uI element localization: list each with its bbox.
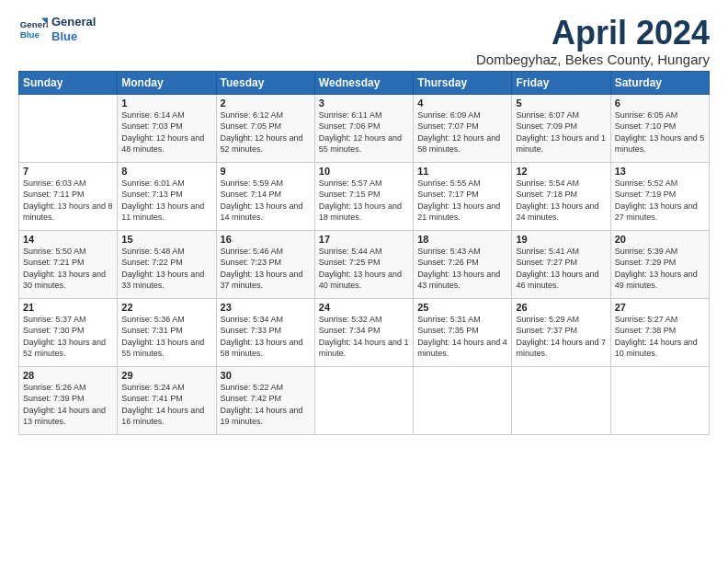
calendar-cell: 4Sunrise: 6:09 AMSunset: 7:07 PMDaylight… <box>414 94 512 162</box>
day-info: Sunrise: 5:55 AMSunset: 7:17 PMDaylight:… <box>417 178 507 224</box>
calendar-table: SundayMondayTuesdayWednesdayThursdayFrid… <box>18 71 710 435</box>
day-number: 10 <box>319 166 409 177</box>
day-info: Sunrise: 5:36 AMSunset: 7:31 PMDaylight:… <box>121 314 211 360</box>
day-info: Sunrise: 6:09 AMSunset: 7:07 PMDaylight:… <box>417 109 507 155</box>
weekday-header: Saturday <box>610 71 709 94</box>
day-number: 15 <box>121 234 211 245</box>
calendar-cell: 18Sunrise: 5:43 AMSunset: 7:26 PMDayligh… <box>414 230 512 298</box>
calendar-cell: 9Sunrise: 5:59 AMSunset: 7:14 PMDaylight… <box>216 162 314 230</box>
weekday-header: Tuesday <box>216 71 314 94</box>
calendar-cell: 2Sunrise: 6:12 AMSunset: 7:05 PMDaylight… <box>216 94 314 162</box>
day-number: 4 <box>417 98 507 109</box>
day-info: Sunrise: 6:01 AMSunset: 7:13 PMDaylight:… <box>121 178 211 224</box>
day-info: Sunrise: 6:03 AMSunset: 7:11 PMDaylight:… <box>23 178 113 224</box>
calendar-cell: 10Sunrise: 5:57 AMSunset: 7:15 PMDayligh… <box>314 162 413 230</box>
calendar-cell <box>19 94 118 162</box>
calendar-cell: 16Sunrise: 5:46 AMSunset: 7:23 PMDayligh… <box>216 230 314 298</box>
calendar-cell: 5Sunrise: 6:07 AMSunset: 7:09 PMDaylight… <box>512 94 610 162</box>
day-info: Sunrise: 5:57 AMSunset: 7:15 PMDaylight:… <box>319 178 409 224</box>
calendar-cell <box>610 366 709 434</box>
day-number: 13 <box>615 166 705 177</box>
calendar-cell: 26Sunrise: 5:29 AMSunset: 7:37 PMDayligh… <box>512 298 610 366</box>
logo-general: General <box>51 15 96 29</box>
day-number: 29 <box>121 370 211 381</box>
day-number: 30 <box>221 370 311 381</box>
day-number: 26 <box>516 302 606 313</box>
calendar-week-row: 14Sunrise: 5:50 AMSunset: 7:21 PMDayligh… <box>19 230 710 298</box>
calendar-cell: 19Sunrise: 5:41 AMSunset: 7:27 PMDayligh… <box>512 230 610 298</box>
day-number: 7 <box>23 166 113 177</box>
day-number: 3 <box>319 98 409 109</box>
day-info: Sunrise: 6:14 AMSunset: 7:03 PMDaylight:… <box>121 109 211 155</box>
day-info: Sunrise: 6:11 AMSunset: 7:06 PMDaylight:… <box>319 109 409 155</box>
weekday-header: Sunday <box>19 71 118 94</box>
logo-icon: General Blue <box>18 15 48 44</box>
calendar-week-row: 28Sunrise: 5:26 AMSunset: 7:39 PMDayligh… <box>19 366 710 434</box>
calendar-cell: 25Sunrise: 5:31 AMSunset: 7:35 PMDayligh… <box>414 298 512 366</box>
day-info: Sunrise: 5:27 AMSunset: 7:38 PMDaylight:… <box>615 314 705 360</box>
day-number: 5 <box>516 98 606 109</box>
day-info: Sunrise: 5:31 AMSunset: 7:35 PMDaylight:… <box>417 314 507 360</box>
day-info: Sunrise: 6:05 AMSunset: 7:10 PMDaylight:… <box>615 109 705 155</box>
day-info: Sunrise: 5:34 AMSunset: 7:33 PMDaylight:… <box>221 314 311 360</box>
day-info: Sunrise: 5:54 AMSunset: 7:18 PMDaylight:… <box>516 178 606 224</box>
calendar-cell: 20Sunrise: 5:39 AMSunset: 7:29 PMDayligh… <box>610 230 709 298</box>
day-number: 8 <box>121 166 211 177</box>
day-info: Sunrise: 5:22 AMSunset: 7:42 PMDaylight:… <box>221 382 311 428</box>
day-number: 24 <box>319 302 409 313</box>
calendar-cell: 1Sunrise: 6:14 AMSunset: 7:03 PMDaylight… <box>118 94 216 162</box>
calendar-week-row: 21Sunrise: 5:37 AMSunset: 7:30 PMDayligh… <box>19 298 710 366</box>
calendar-cell: 15Sunrise: 5:48 AMSunset: 7:22 PMDayligh… <box>118 230 216 298</box>
calendar-cell: 13Sunrise: 5:52 AMSunset: 7:19 PMDayligh… <box>610 162 709 230</box>
calendar-cell: 21Sunrise: 5:37 AMSunset: 7:30 PMDayligh… <box>19 298 118 366</box>
day-number: 2 <box>221 98 311 109</box>
calendar-cell: 28Sunrise: 5:26 AMSunset: 7:39 PMDayligh… <box>19 366 118 434</box>
calendar-cell <box>314 366 413 434</box>
calendar-cell: 11Sunrise: 5:55 AMSunset: 7:17 PMDayligh… <box>414 162 512 230</box>
calendar-cell: 22Sunrise: 5:36 AMSunset: 7:31 PMDayligh… <box>118 298 216 366</box>
calendar-cell: 3Sunrise: 6:11 AMSunset: 7:06 PMDaylight… <box>314 94 413 162</box>
day-number: 20 <box>615 234 705 245</box>
calendar-cell: 29Sunrise: 5:24 AMSunset: 7:41 PMDayligh… <box>118 366 216 434</box>
logo-blue: Blue <box>51 29 96 44</box>
title-block: April 2024 Dombegyhaz, Bekes County, Hun… <box>476 15 710 67</box>
weekday-header: Friday <box>512 71 610 94</box>
day-info: Sunrise: 5:52 AMSunset: 7:19 PMDaylight:… <box>615 178 705 224</box>
calendar-cell <box>512 366 610 434</box>
day-number: 16 <box>221 234 311 245</box>
day-number: 12 <box>516 166 606 177</box>
day-info: Sunrise: 5:46 AMSunset: 7:23 PMDaylight:… <box>221 246 311 292</box>
day-number: 19 <box>516 234 606 245</box>
calendar-cell: 14Sunrise: 5:50 AMSunset: 7:21 PMDayligh… <box>19 230 118 298</box>
logo: General Blue General Blue <box>18 15 96 44</box>
day-info: Sunrise: 5:32 AMSunset: 7:34 PMDaylight:… <box>319 314 409 360</box>
day-info: Sunrise: 5:37 AMSunset: 7:30 PMDaylight:… <box>23 314 113 360</box>
calendar-week-row: 1Sunrise: 6:14 AMSunset: 7:03 PMDaylight… <box>19 94 710 162</box>
day-info: Sunrise: 6:07 AMSunset: 7:09 PMDaylight:… <box>516 109 606 155</box>
day-info: Sunrise: 5:39 AMSunset: 7:29 PMDaylight:… <box>615 246 705 292</box>
day-number: 23 <box>221 302 311 313</box>
weekday-header: Thursday <box>414 71 512 94</box>
page: General Blue General Blue April 2024 Dom… <box>0 0 728 450</box>
day-number: 17 <box>319 234 409 245</box>
svg-text:General: General <box>20 19 48 29</box>
location: Dombegyhaz, Bekes County, Hungary <box>476 52 710 67</box>
calendar-week-row: 7Sunrise: 6:03 AMSunset: 7:11 PMDaylight… <box>19 162 710 230</box>
day-info: Sunrise: 5:50 AMSunset: 7:21 PMDaylight:… <box>23 246 113 292</box>
day-info: Sunrise: 5:48 AMSunset: 7:22 PMDaylight:… <box>121 246 211 292</box>
day-number: 27 <box>615 302 705 313</box>
weekday-header: Wednesday <box>314 71 413 94</box>
day-info: Sunrise: 5:24 AMSunset: 7:41 PMDaylight:… <box>121 382 211 428</box>
calendar-cell: 23Sunrise: 5:34 AMSunset: 7:33 PMDayligh… <box>216 298 314 366</box>
calendar-cell: 8Sunrise: 6:01 AMSunset: 7:13 PMDaylight… <box>118 162 216 230</box>
day-number: 18 <box>417 234 507 245</box>
day-number: 25 <box>417 302 507 313</box>
day-info: Sunrise: 5:29 AMSunset: 7:37 PMDaylight:… <box>516 314 606 360</box>
day-number: 14 <box>23 234 113 245</box>
day-number: 6 <box>615 98 705 109</box>
day-number: 9 <box>221 166 311 177</box>
day-info: Sunrise: 5:43 AMSunset: 7:26 PMDaylight:… <box>417 246 507 292</box>
calendar-cell: 6Sunrise: 6:05 AMSunset: 7:10 PMDaylight… <box>610 94 709 162</box>
header-row: SundayMondayTuesdayWednesdayThursdayFrid… <box>19 71 710 94</box>
svg-text:Blue: Blue <box>20 29 40 40</box>
